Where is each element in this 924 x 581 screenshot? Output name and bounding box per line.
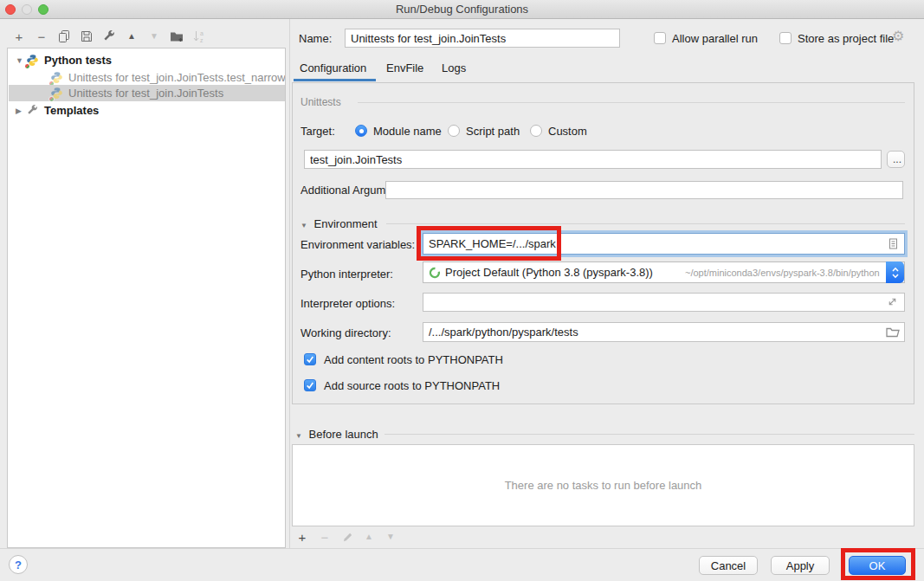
tree-group-python-tests[interactable]: ▼ Python tests: [9, 52, 285, 68]
name-input[interactable]: [345, 29, 620, 48]
before-launch-title: Before launch: [309, 428, 378, 441]
ok-button[interactable]: OK: [849, 556, 906, 575]
test-badge-icon: [24, 63, 30, 69]
python-tests-icon: [26, 54, 40, 68]
tab-envfile[interactable]: EnvFile: [386, 61, 423, 74]
expand-field-icon[interactable]: [887, 296, 898, 310]
environment-variables-input[interactable]: [423, 234, 904, 254]
check-icon: [306, 355, 314, 364]
tree-group-templates[interactable]: ▶ Templates: [9, 102, 285, 119]
browse-module-button[interactable]: ...: [887, 151, 905, 168]
add-content-roots-label[interactable]: Add content roots to PYTHONPATH: [324, 353, 503, 366]
environment-section-title: Environment: [314, 217, 378, 230]
store-as-project-file-checkbox[interactable]: [779, 32, 792, 44]
add-content-roots-checkbox[interactable]: [304, 353, 316, 365]
check-icon: [306, 381, 314, 390]
dropdown-stepper-icon[interactable]: [886, 261, 904, 283]
name-label: Name:: [299, 32, 332, 45]
python-tests-icon: [50, 71, 64, 85]
move-up-button[interactable]: ▲: [123, 28, 140, 45]
save-icon: [80, 29, 94, 43]
footer-divider: [0, 548, 924, 549]
copy-configuration-button[interactable]: [55, 28, 73, 45]
before-launch-move-up-button[interactable]: ▲: [360, 528, 378, 545]
python-tests-icon: [50, 87, 64, 100]
arrow-up-icon: ▲: [365, 533, 373, 541]
target-label: Target:: [300, 125, 335, 138]
help-question-icon: ?: [15, 558, 22, 571]
copy-icon: [57, 29, 71, 43]
expander-closed-icon[interactable]: ▶: [16, 107, 26, 115]
allow-parallel-run-checkbox[interactable]: [654, 32, 666, 44]
working-directory-input[interactable]: [423, 322, 905, 342]
run-debug-configurations-dialog: Run/Debug Configurations + − ▲ ▼ az ▼ Py…: [0, 0, 924, 581]
panel-splitter[interactable]: [289, 19, 290, 548]
plus-icon: +: [16, 30, 23, 43]
edit-variables-icon[interactable]: [887, 237, 899, 253]
create-folder-button[interactable]: [168, 28, 185, 45]
tree-item-unittest-jointests[interactable]: Unittests for test_join.JoinTests: [9, 85, 285, 101]
tree-item-label: Unittests for test_join.JoinTests.test_n…: [68, 71, 285, 84]
plus-icon: +: [299, 531, 307, 544]
unittests-group-title: Unittests: [300, 96, 341, 108]
target-script-path-label[interactable]: Script path: [466, 125, 520, 138]
working-directory-label: Working directory:: [300, 326, 391, 339]
save-configuration-button[interactable]: [78, 28, 95, 45]
active-tab-underline: [294, 79, 376, 81]
collapse-arrow-icon: ▼: [295, 432, 302, 440]
module-name-input[interactable]: [304, 150, 882, 169]
target-script-path-radio[interactable]: [448, 125, 460, 137]
arrow-up-icon: ▲: [127, 32, 136, 41]
help-button[interactable]: ?: [9, 555, 28, 574]
before-launch-edit-button[interactable]: [339, 528, 356, 545]
add-configuration-button[interactable]: +: [10, 28, 28, 45]
minus-icon: −: [321, 531, 329, 544]
tree-item-unittest-narrow[interactable]: Unittests for test_join.JoinTests.test_n…: [9, 69, 285, 86]
move-down-button[interactable]: ▼: [145, 28, 163, 45]
additional-arguments-input[interactable]: [385, 181, 903, 199]
minus-icon: −: [38, 30, 46, 43]
interpreter-options-input[interactable]: [423, 293, 905, 312]
conda-environment-icon: [429, 267, 441, 281]
add-source-roots-checkbox[interactable]: [304, 379, 316, 391]
before-launch-section-header[interactable]: ▼ Before launch: [295, 428, 378, 441]
sort-configurations-button[interactable]: az: [191, 28, 208, 45]
add-source-roots-label[interactable]: Add source roots to PYTHONPATH: [324, 379, 500, 392]
no-tasks-message: There are no tasks to run before launch: [505, 479, 702, 492]
interpreter-path: ~/opt/miniconda3/envs/pyspark-3.8/bin/py…: [685, 268, 880, 278]
environment-variables-field[interactable]: [423, 233, 905, 255]
cancel-button[interactable]: Cancel: [699, 556, 758, 575]
window-title: Run/Debug Configurations: [0, 0, 924, 18]
before-launch-remove-button[interactable]: −: [316, 528, 333, 545]
tree-item-label: Unittests for test_join.JoinTests: [68, 87, 223, 100]
interpreter-value: Project Default (Python 3.8 (pyspark-3.8…: [445, 266, 653, 279]
python-interpreter-dropdown[interactable]: Project Default (Python 3.8 (pyspark-3.8…: [423, 261, 905, 283]
title-bar: Run/Debug Configurations: [0, 0, 924, 19]
target-custom-radio[interactable]: [530, 125, 542, 137]
apply-button[interactable]: Apply: [771, 556, 830, 575]
store-options-gear-icon[interactable]: ⚙: [892, 29, 904, 43]
edit-templates-button[interactable]: [100, 28, 118, 45]
allow-parallel-run-label: Allow parallel run: [672, 32, 758, 45]
arrow-down-icon: ▼: [150, 32, 158, 41]
before-launch-move-down-button[interactable]: ▼: [382, 528, 399, 545]
interpreter-options-label: Interpreter options:: [300, 297, 395, 310]
target-module-name-radio[interactable]: [355, 125, 367, 137]
sort-alpha-icon: az: [192, 29, 206, 43]
configuration-panel: Unittests Target: Module name Script pat…: [292, 82, 914, 404]
environment-variables-label: Environment variables:: [300, 238, 415, 251]
tree-group-label: Python tests: [44, 54, 112, 67]
folder-browse-icon[interactable]: [886, 326, 900, 340]
before-launch-task-list[interactable]: There are no tasks to run before launch: [292, 444, 914, 526]
arrow-down-icon: ▼: [386, 533, 395, 541]
wrench-icon: [102, 29, 116, 43]
tab-logs[interactable]: Logs: [442, 61, 466, 74]
environment-section-header[interactable]: ▼ Environment: [300, 217, 378, 230]
pencil-icon: [342, 532, 353, 543]
target-module-name-label[interactable]: Module name: [373, 125, 442, 138]
tree-templates-label: Templates: [44, 104, 99, 117]
target-custom-label[interactable]: Custom: [548, 125, 587, 138]
before-launch-add-button[interactable]: +: [294, 528, 311, 545]
remove-configuration-button[interactable]: −: [33, 28, 50, 45]
tab-configuration[interactable]: Configuration: [300, 61, 366, 74]
